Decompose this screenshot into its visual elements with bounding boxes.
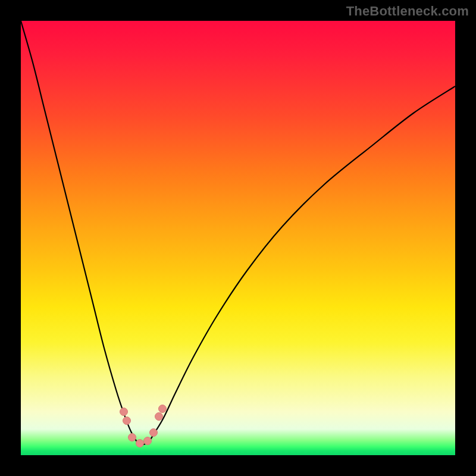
curve-marker [144,437,152,445]
curve-marker [136,440,144,447]
curve-marker [150,429,158,437]
curve-marker [155,413,163,421]
curve-marker [159,405,167,413]
curve-layer [21,21,455,455]
curve-marker [123,417,131,425]
watermark-text: TheBottleneck.com [346,4,469,19]
bottleneck-curve [21,21,455,444]
curve-marker [120,408,128,416]
chart-frame: TheBottleneck.com [0,0,476,476]
curve-marker [129,434,136,441]
